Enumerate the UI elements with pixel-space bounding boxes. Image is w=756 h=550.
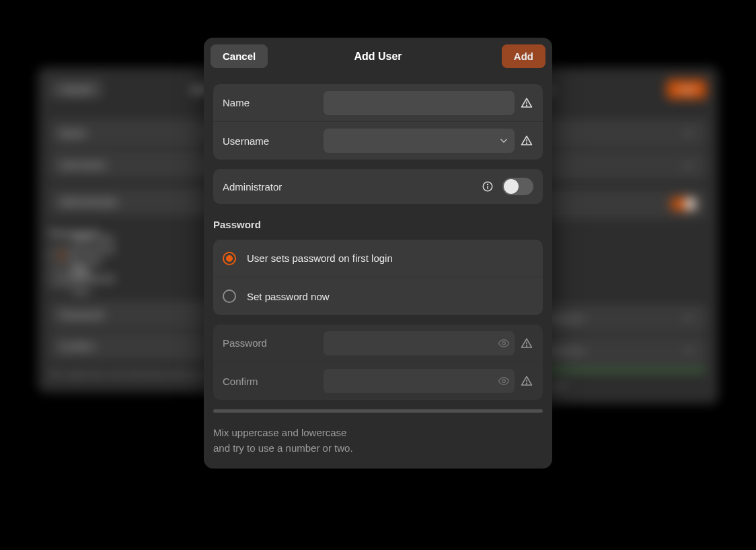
- password-fields-group: Password Confirm: [213, 324, 543, 400]
- warning-icon: [520, 337, 533, 350]
- cancel-button[interactable]: Cancel: [211, 44, 268, 68]
- add-button[interactable]: Add: [502, 44, 545, 68]
- password-label: Password: [223, 337, 324, 349]
- password-input-wrap: [324, 331, 515, 355]
- warning-icon: [520, 96, 533, 110]
- dialog-header: Cancel Add User Add: [204, 38, 552, 75]
- svg-point-1: [527, 105, 527, 106]
- svg-point-6: [488, 184, 488, 185]
- username-input[interactable]: [330, 135, 497, 147]
- warning-icon: [520, 374, 533, 388]
- svg-point-12: [527, 383, 527, 384]
- username-label: Username: [223, 135, 324, 147]
- password-strength-bar: [213, 409, 543, 413]
- svg-point-3: [527, 143, 527, 143]
- radio-indicator: [223, 252, 236, 265]
- administrator-toggle[interactable]: [502, 178, 533, 195]
- password-hint: Mix uppercase and lowercase and try to u…: [213, 425, 543, 456]
- warning-icon: [520, 134, 533, 147]
- confirm-input-wrap: [324, 369, 515, 393]
- radio-label: User sets password on first login: [247, 252, 393, 264]
- radio-indicator: [223, 289, 236, 303]
- password-mode-group: User sets password on first login Set pa…: [213, 240, 543, 315]
- radio-first-login[interactable]: User sets password on first login: [213, 240, 543, 277]
- svg-point-9: [527, 345, 527, 346]
- password-section-label: Password: [213, 219, 543, 230]
- name-row: Name: [213, 84, 543, 122]
- svg-point-10: [502, 380, 506, 383]
- radio-set-now[interactable]: Set password now: [213, 277, 543, 315]
- username-row: Username: [213, 122, 543, 160]
- svg-point-7: [502, 341, 506, 345]
- confirm-label: Confirm: [223, 376, 324, 387]
- password-row: Password: [213, 324, 543, 362]
- username-combo[interactable]: [324, 129, 515, 153]
- radio-label: Set password now: [247, 291, 330, 302]
- password-hint-line1: Mix uppercase and lowercase: [213, 425, 543, 440]
- administrator-label: Administrator: [223, 181, 481, 193]
- chevron-down-icon: [497, 134, 511, 147]
- add-user-dialog: Cancel Add User Add Name Username: [204, 38, 552, 469]
- confirm-row: Confirm: [213, 362, 543, 400]
- administrator-group: Administrator: [213, 169, 543, 204]
- password-hint-line2: and try to use a number or two.: [213, 440, 543, 456]
- confirm-input[interactable]: [330, 376, 497, 387]
- name-label: Name: [223, 97, 324, 108]
- eye-icon[interactable]: [497, 337, 511, 350]
- name-input[interactable]: [324, 91, 515, 115]
- eye-icon[interactable]: [497, 374, 511, 388]
- identity-group: Name Username: [213, 84, 543, 160]
- administrator-row: Administrator: [213, 169, 543, 204]
- info-icon[interactable]: [481, 180, 494, 193]
- password-input[interactable]: [330, 337, 497, 349]
